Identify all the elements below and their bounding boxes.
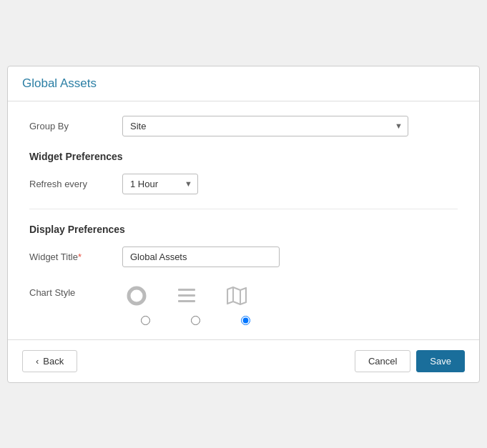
required-marker: *: [78, 252, 82, 262]
chart-style-row: Chart Style: [29, 282, 458, 325]
radio-wrap-list: [181, 316, 210, 325]
widget-preferences-title: Widget Preferences: [29, 151, 458, 162]
display-preferences-title: Display Preferences: [29, 224, 458, 235]
donut-chart-icon: [122, 282, 151, 310]
chart-radios-row: [122, 316, 260, 325]
save-button[interactable]: Save: [416, 350, 465, 372]
widget-title-label: Widget Title*: [29, 252, 122, 262]
back-chevron-icon: ‹: [36, 356, 39, 367]
chart-icon-list: [172, 282, 201, 310]
chart-icon-donut: [122, 282, 151, 310]
section-divider: [29, 209, 458, 209]
svg-marker-5: [227, 287, 246, 304]
group-by-label: Group By: [29, 121, 122, 131]
chart-icons-row: [122, 282, 260, 310]
radio-wrap-map: [231, 316, 260, 325]
radio-donut[interactable]: [141, 316, 150, 325]
modal-title: Global Assets: [22, 76, 465, 91]
chart-options: [122, 282, 260, 325]
list-chart-icon: [172, 282, 201, 310]
radio-map[interactable]: [241, 316, 250, 325]
group-by-select[interactable]: Site Category Type: [122, 116, 408, 136]
modal-footer: ‹ Back Cancel Save: [8, 339, 479, 382]
svg-rect-4: [178, 300, 195, 302]
map-chart-icon: [222, 282, 251, 310]
group-by-row: Group By Site Category Type ▼: [29, 116, 458, 136]
radio-wrap-donut: [131, 316, 159, 325]
group-by-wrapper: Site Category Type ▼: [122, 116, 408, 136]
svg-point-1: [133, 292, 140, 299]
modal-container: Global Assets Group By Site Category Typ…: [7, 66, 480, 383]
cancel-button[interactable]: Cancel: [355, 350, 410, 372]
radio-list[interactable]: [191, 316, 200, 325]
chart-icon-map: [222, 282, 251, 310]
chart-style-label: Chart Style: [29, 282, 122, 298]
svg-rect-2: [178, 289, 195, 291]
svg-rect-3: [178, 294, 195, 297]
right-buttons: Cancel Save: [355, 350, 465, 372]
widget-title-row: Widget Title*: [29, 247, 458, 267]
back-button[interactable]: ‹ Back: [22, 350, 77, 372]
widget-title-input[interactable]: [122, 247, 280, 267]
modal-header: Global Assets: [8, 66, 479, 101]
refresh-wrapper: 15 Minutes 30 Minutes 1 Hour 2 Hours 4 H…: [122, 174, 198, 194]
refresh-label: Refresh every: [29, 179, 122, 189]
refresh-select[interactable]: 15 Minutes 30 Minutes 1 Hour 2 Hours 4 H…: [122, 174, 198, 194]
refresh-row: Refresh every 15 Minutes 30 Minutes 1 Ho…: [29, 174, 458, 194]
modal-body: Group By Site Category Type ▼ Widget Pre…: [8, 101, 479, 339]
